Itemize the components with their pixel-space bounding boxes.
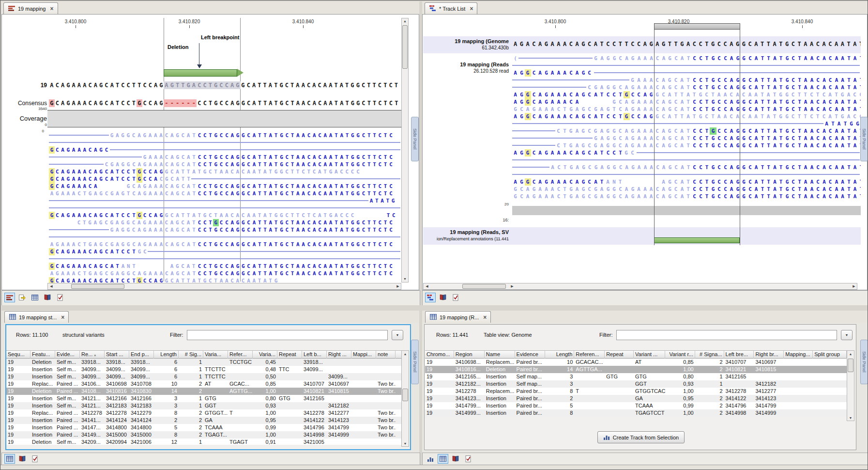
- column-header[interactable]: End p...: [129, 351, 154, 359]
- deletion-annotation-arrow[interactable]: [164, 69, 237, 77]
- table-row[interactable]: 19DeletionPaired ...34108...341081634108…: [6, 388, 401, 395]
- column-header[interactable]: Evidence: [515, 351, 546, 359]
- column-header[interactable]: Evide...: [55, 351, 80, 359]
- side-panel-tab[interactable]: Side Panel: [860, 117, 868, 161]
- table-row[interactable]: 193410816...DeletionPaired br...14AGTTGA…: [425, 366, 847, 373]
- side-panel-tab[interactable]: Side Panel: [860, 340, 868, 384]
- table-icon[interactable]: [30, 293, 40, 302]
- table-row[interactable]: 19DeletionSelf m...33918...33918...33918…: [6, 359, 401, 366]
- close-icon[interactable]: ×: [470, 6, 473, 11]
- svtable-vscrollbar[interactable]: ▲ ▼: [401, 350, 409, 447]
- table-icon[interactable]: [438, 454, 448, 464]
- side-panel-tab[interactable]: Side Panel: [411, 340, 419, 384]
- table-cell: [277, 409, 302, 417]
- column-header[interactable]: Length: [154, 351, 179, 359]
- tab-track-list[interactable]: * Track List ×: [425, 2, 477, 14]
- column-header[interactable]: Featu...: [30, 351, 55, 359]
- column-header[interactable]: Re... ▴: [80, 351, 105, 359]
- table-cell: [574, 409, 605, 417]
- column-header[interactable]: # Sig...: [179, 351, 203, 359]
- book-icon[interactable]: [450, 454, 461, 464]
- mapping-hscrollbar[interactable]: ◀ ▶: [47, 283, 401, 290]
- table-row[interactable]: 193412165...InsertionSelf map...3GTGGTG0…: [425, 373, 847, 380]
- table-icon[interactable]: [4, 454, 15, 464]
- filter-input[interactable]: [187, 330, 388, 340]
- column-header[interactable]: Repeat: [605, 351, 634, 359]
- mapping-vscrollbar[interactable]: ▲ ▼: [401, 18, 409, 282]
- book-icon[interactable]: [438, 293, 448, 302]
- close-icon[interactable]: ×: [61, 315, 64, 320]
- column-header[interactable]: Name: [485, 351, 515, 359]
- table-row[interactable]: 19DeletionSelf m...34209...3420994342100…: [6, 439, 401, 445]
- table-row[interactable]: 19Replac...Paired ...3412278341227834122…: [6, 409, 401, 417]
- column-header[interactable]: Repeat: [277, 351, 302, 359]
- table-row[interactable]: 19InsertionSelf m...34121...341216634121…: [6, 395, 401, 402]
- report-icon[interactable]: [463, 454, 473, 464]
- table-row[interactable]: 193414799...InsertionPaired br...5TCAAA0…: [425, 402, 847, 409]
- table-row[interactable]: 193414123...InsertionPaired br...2GA0,95…: [425, 395, 847, 402]
- book-icon[interactable]: [17, 454, 28, 464]
- column-header[interactable]: Variant r...: [665, 351, 695, 359]
- column-header[interactable]: Mapping...: [784, 351, 813, 359]
- table-row[interactable]: 19InsertionSelf m...34099...34099...3409…: [6, 373, 401, 380]
- column-header[interactable]: Right ...: [327, 351, 351, 359]
- tab-19-mapping-structural[interactable]: 19 mapping st... ×: [4, 311, 69, 323]
- tab-19-mapping-reads[interactable]: 19 mapping (R... ×: [425, 311, 491, 323]
- filter-options-button[interactable]: ▼: [392, 330, 403, 340]
- side-panel-tab[interactable]: Side Panel: [411, 117, 419, 161]
- report-icon[interactable]: [55, 293, 65, 302]
- column-header[interactable]: Refer...: [228, 351, 253, 359]
- table-row[interactable]: 193410698...Replacem...Paired br...10GCA…: [425, 359, 847, 366]
- table-cell: Paired ...: [55, 431, 80, 439]
- table-row[interactable]: 19InsertionSelf m...34099...34099...3409…: [6, 366, 401, 373]
- table-row[interactable]: 19InsertionPaired ...34141...34141243414…: [6, 417, 401, 424]
- table-cell: [277, 424, 302, 431]
- filter-options-button[interactable]: ▼: [841, 330, 853, 340]
- alignment-icon[interactable]: [4, 293, 15, 302]
- table-row[interactable]: 193414999...InsertionPaired br...8TGAGTC…: [425, 409, 847, 417]
- report-icon[interactable]: [30, 454, 40, 464]
- column-header[interactable]: Sequ...: [6, 351, 30, 359]
- column-header[interactable]: Varia...: [253, 351, 277, 359]
- column-header[interactable]: Split group: [813, 351, 847, 359]
- sv-deletion-annotation[interactable]: [654, 237, 740, 243]
- column-header[interactable]: Referen...: [574, 351, 605, 359]
- varianttable-vscrollbar[interactable]: ▲ ▼: [847, 350, 854, 421]
- table-cell: 3415000: [105, 431, 129, 439]
- selection-box-handle[interactable]: [654, 23, 740, 30]
- table-cell: 3412182: [754, 380, 784, 388]
- table-cell: 3412278: [454, 388, 485, 395]
- column-header[interactable]: Start ...: [105, 351, 129, 359]
- close-icon[interactable]: ×: [50, 6, 54, 11]
- table-row[interactable]: 19InsertionPaired ...34147...34148003414…: [6, 424, 401, 431]
- tracklist-icon[interactable]: [425, 293, 436, 302]
- column-header[interactable]: Region: [454, 351, 485, 359]
- tab-19-mapping[interactable]: 19 mapping ×: [3, 2, 58, 14]
- column-header[interactable]: Mappi...: [351, 351, 376, 359]
- report-icon[interactable]: [450, 293, 461, 302]
- tracklist-hscrollbar[interactable]: ◀ ▶ ▶: [423, 283, 857, 290]
- create-track-from-selection-button[interactable]: Create Track from Selection: [597, 431, 685, 443]
- column-header[interactable]: note: [376, 351, 396, 359]
- table-row[interactable]: 19Replac...Paired ...34106...34106983410…: [6, 380, 401, 388]
- table-row[interactable]: 19InsertionSelf m...34121...341218334121…: [6, 402, 401, 409]
- table-cell: 3412182: [327, 402, 351, 409]
- horizontal-splitter[interactable]: [0, 305, 868, 311]
- book-icon[interactable]: [42, 293, 53, 302]
- table-row[interactable]: 19InsertionPaired ...34149...34150003415…: [6, 431, 401, 439]
- column-header[interactable]: # Signa...: [695, 351, 724, 359]
- table-cell: 0,85: [253, 380, 277, 388]
- column-header[interactable]: Variant ...: [634, 351, 665, 359]
- column-header[interactable]: Left bre...: [724, 351, 754, 359]
- export-graphics-icon[interactable]: [17, 293, 28, 302]
- column-header[interactable]: Left b...: [302, 351, 327, 359]
- chart-icon[interactable]: [425, 454, 436, 464]
- column-header[interactable]: Varia...: [203, 351, 228, 359]
- column-header[interactable]: Right br...: [754, 351, 784, 359]
- filter-input[interactable]: [616, 330, 837, 340]
- table-row[interactable]: 193412278Replacem...Paired br...8TGTGGTC…: [425, 388, 847, 395]
- column-header[interactable]: Chromo...: [425, 351, 454, 359]
- column-header[interactable]: Length: [545, 351, 574, 359]
- table-row[interactable]: 193412182...InsertionSelf map...3GGT0,93…: [425, 380, 847, 388]
- close-icon[interactable]: ×: [483, 315, 487, 320]
